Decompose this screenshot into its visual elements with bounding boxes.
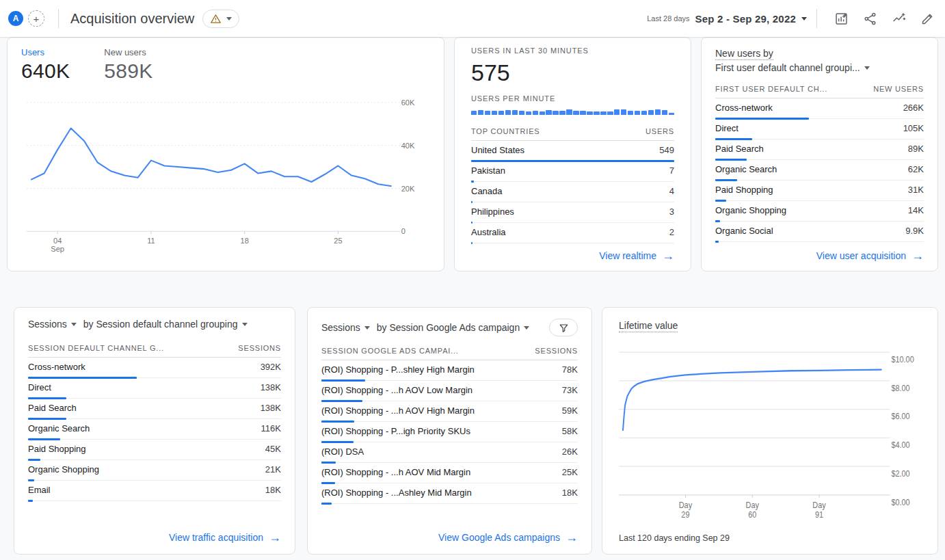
realtime-card: USERS IN LAST 30 MINUTES 575 USERS PER M… (454, 37, 691, 271)
svg-text:$0.00: $0.00 (891, 497, 910, 507)
table-row: Philippines3 (471, 202, 674, 223)
dimension-selector[interactable]: by Session Google Ads campaign (377, 322, 529, 333)
metric-selector[interactable]: Sessions (321, 322, 370, 333)
insights-icon (892, 12, 906, 26)
row-value: 18K (562, 488, 578, 498)
minute-bar (540, 111, 545, 115)
row-value: 14K (908, 205, 924, 215)
minute-bar (519, 111, 524, 115)
row-label: (ROI) DSA (321, 446, 364, 457)
edit-button[interactable] (919, 10, 935, 27)
minute-bar (512, 110, 518, 115)
table-row: Direct138K (28, 378, 281, 399)
minute-bar (505, 110, 511, 115)
table-dim-header: SESSION GOOGLE ADS CAMPAI... (321, 347, 459, 355)
row-value: 73K (562, 385, 578, 395)
table-val-header: SESSIONS (238, 344, 281, 352)
minute-bar (641, 111, 647, 115)
table-row: Paid Search138K (28, 399, 281, 419)
row-value-bar (715, 138, 752, 140)
row-value-bar (321, 503, 332, 505)
minute-bar (628, 111, 633, 115)
row-label: Paid Shopping (28, 444, 86, 454)
metric-new-users[interactable]: New users 589K (104, 47, 152, 83)
minute-bar (498, 111, 504, 115)
filter-button[interactable] (549, 319, 578, 336)
sessions-campaign-table: SESSION GOOGLE ADS CAMPAI... SESSIONS (R… (321, 343, 578, 504)
row-label: (ROI) Shopping - ...Ashley Mid Margin (321, 488, 472, 498)
minute-bar (594, 111, 599, 115)
customize-report-button[interactable] (833, 10, 849, 27)
new-users-table: FIRST USER DEFAULT CH... NEW USERS Cross… (715, 81, 924, 242)
row-label: Cross-network (28, 362, 85, 372)
table-row: (ROI) Shopping - P...shley High Margin78… (321, 360, 578, 381)
chevron-down-icon[interactable] (801, 17, 807, 21)
metric-value: 589K (104, 59, 152, 83)
top-countries-table: TOP COUNTRIES USERS United States549Paki… (471, 124, 674, 243)
table-row: Cross-network266K (715, 98, 924, 119)
table-row: Direct105K (715, 119, 924, 139)
svg-text:Sep: Sep (51, 245, 64, 253)
users-per-minute-bar-chart (471, 109, 674, 115)
row-value: 549 (659, 145, 674, 155)
table-row: Canada4 (471, 182, 674, 202)
arrow-right-icon: → (911, 251, 924, 261)
row-value: 21K (265, 464, 281, 475)
row-value: 2 (669, 227, 674, 237)
minute-bar (492, 111, 497, 115)
table-row: Australia2 (471, 223, 674, 243)
view-google-ads-campaigns-link[interactable]: View Google Ads campaigns → (321, 525, 578, 546)
row-value-bar (715, 241, 719, 243)
add-comparison-button[interactable]: + (28, 10, 44, 27)
realtime-users-value: 575 (471, 59, 674, 86)
view-realtime-link[interactable]: View realtime → (471, 243, 674, 264)
row-value: 105K (903, 123, 924, 133)
account-avatar[interactable]: A (8, 11, 23, 26)
metric-selector[interactable]: Sessions (28, 319, 77, 330)
row-value: 89K (908, 144, 924, 154)
users-per-minute-label: USERS PER MINUTE (471, 94, 674, 103)
date-range-picker[interactable]: Sep 2 - Sep 29, 2022 (695, 13, 796, 25)
table-row: (ROI) Shopping - ...h AOV Mid Margin25K (321, 463, 578, 483)
row-label: Paid Shopping (715, 185, 773, 195)
table-row: (ROI) Shopping - ...Ashley Mid Margin18K (321, 483, 578, 504)
dimension-selector[interactable]: by Session default channel grouping (83, 319, 248, 330)
chevron-down-icon (864, 66, 870, 70)
page-title: Acquisition overview (70, 11, 194, 27)
link-label: View Google Ads campaigns (438, 532, 560, 543)
card-title: Lifetime value (619, 320, 678, 332)
row-label: Canada (471, 186, 503, 196)
row-value: 25K (562, 467, 578, 477)
chevron-down-icon (71, 323, 77, 326)
dimension-label: by Session default channel grouping (83, 319, 238, 330)
row-value: 138K (261, 403, 281, 413)
row-value: 3 (669, 206, 674, 217)
metric-value: 640K (21, 59, 70, 83)
users-line-chart: 60K40K20K004Sep111825 (21, 85, 431, 267)
row-label: Philippines (471, 206, 514, 217)
data-quality-dropdown[interactable] (202, 10, 239, 28)
view-traffic-acquisition-link[interactable]: View traffic acquisition → (28, 525, 281, 546)
row-label: Paid Search (28, 403, 77, 413)
row-label: (ROI) Shopping - P...igh Priority SKUs (321, 426, 470, 436)
svg-text:$2.00: $2.00 (891, 468, 910, 478)
table-val-header: SESSIONS (535, 347, 578, 355)
metric-users[interactable]: Users 640K (21, 47, 70, 83)
edit-icon (920, 12, 935, 26)
table-row: (ROI) DSA26K (321, 442, 578, 463)
arrow-right-icon: → (269, 533, 281, 542)
dimension-selector[interactable]: First user default channel groupi... (715, 61, 870, 75)
insights-button[interactable] (890, 10, 907, 27)
table-dim-header: SESSION DEFAULT CHANNEL G... (28, 344, 164, 352)
row-label: Paid Search (715, 144, 764, 154)
view-user-acquisition-link[interactable]: View user acquisition → (715, 243, 924, 264)
row-value: 78K (562, 364, 578, 375)
link-label: View realtime (599, 250, 656, 261)
row-label: Australia (471, 227, 506, 237)
table-row: Organic Social9.9K (715, 222, 924, 242)
new-users-by-channel-card: New users by First user default channel … (701, 37, 938, 271)
share-button[interactable] (862, 10, 878, 27)
table-row: Cross-network392K (28, 358, 281, 378)
row-label: (ROI) Shopping - P...shley High Margin (321, 364, 475, 375)
sessions-by-campaign-card: Sessions by Session Google Ads campaign … (307, 307, 592, 555)
